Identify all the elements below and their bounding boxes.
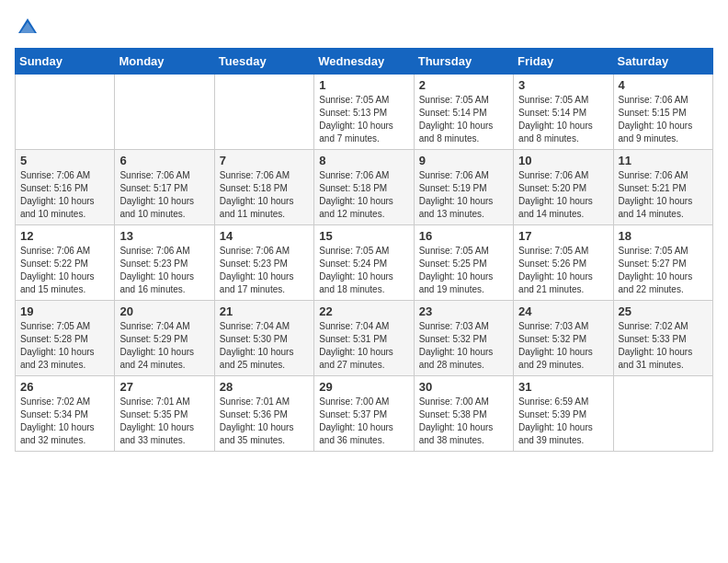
calendar-week-row: 19Sunrise: 7:05 AM Sunset: 5:28 PM Dayli… (16, 301, 713, 376)
day-info: Sunrise: 7:06 AM Sunset: 5:15 PM Dayligh… (619, 94, 708, 145)
day-number: 7 (220, 154, 309, 167)
day-info: Sunrise: 7:06 AM Sunset: 5:16 PM Dayligh… (20, 169, 109, 221)
day-info: Sunrise: 7:05 AM Sunset: 5:25 PM Dayligh… (419, 245, 508, 296)
day-info: Sunrise: 7:05 AM Sunset: 5:14 PM Dayligh… (518, 94, 608, 145)
calendar-cell: 28Sunrise: 7:01 AM Sunset: 5:36 PM Dayli… (214, 376, 313, 452)
calendar-cell: 1Sunrise: 7:05 AM Sunset: 5:13 PM Daylig… (314, 75, 414, 150)
calendar-cell: 26Sunrise: 7:02 AM Sunset: 5:34 PM Dayli… (16, 376, 115, 452)
day-number: 23 (419, 304, 508, 318)
day-number: 8 (319, 154, 408, 167)
calendar-cell: 24Sunrise: 7:03 AM Sunset: 5:32 PM Dayli… (514, 301, 613, 376)
calendar-cell: 3Sunrise: 7:05 AM Sunset: 5:14 PM Daylig… (514, 75, 613, 150)
calendar-cell: 20Sunrise: 7:04 AM Sunset: 5:29 PM Dayli… (115, 301, 214, 376)
calendar-cell: 14Sunrise: 7:06 AM Sunset: 5:23 PM Dayli… (214, 225, 313, 301)
day-info: Sunrise: 7:03 AM Sunset: 5:32 PM Dayligh… (518, 320, 608, 372)
day-info: Sunrise: 7:05 AM Sunset: 5:27 PM Dayligh… (619, 245, 708, 296)
calendar-cell: 8Sunrise: 7:06 AM Sunset: 5:18 PM Daylig… (314, 150, 414, 225)
calendar-week-row: 1Sunrise: 7:05 AM Sunset: 5:13 PM Daylig… (16, 75, 713, 150)
day-info: Sunrise: 7:06 AM Sunset: 5:23 PM Dayligh… (119, 245, 209, 296)
calendar-cell: 25Sunrise: 7:02 AM Sunset: 5:33 PM Dayli… (613, 301, 712, 376)
logo (15, 15, 44, 40)
calendar-cell: 2Sunrise: 7:05 AM Sunset: 5:14 PM Daylig… (414, 75, 513, 150)
day-info: Sunrise: 7:05 AM Sunset: 5:24 PM Dayligh… (319, 245, 408, 296)
day-number: 2 (419, 78, 508, 92)
calendar-cell (613, 376, 712, 452)
calendar-header-wednesday: Wednesday (314, 49, 414, 75)
day-info: Sunrise: 7:05 AM Sunset: 5:28 PM Dayligh… (20, 320, 109, 372)
day-number: 1 (319, 78, 408, 92)
calendar-cell: 4Sunrise: 7:06 AM Sunset: 5:15 PM Daylig… (613, 75, 712, 150)
calendar-cell: 9Sunrise: 7:06 AM Sunset: 5:19 PM Daylig… (414, 150, 513, 225)
day-number: 6 (119, 154, 209, 167)
calendar-cell (115, 75, 214, 150)
calendar-cell: 18Sunrise: 7:05 AM Sunset: 5:27 PM Dayli… (613, 225, 712, 301)
logo-icon (15, 15, 40, 40)
calendar-cell: 30Sunrise: 7:00 AM Sunset: 5:38 PM Dayli… (414, 376, 513, 452)
page-header (15, 15, 713, 40)
day-info: Sunrise: 7:02 AM Sunset: 5:34 PM Dayligh… (20, 396, 109, 447)
calendar-cell: 6Sunrise: 7:06 AM Sunset: 5:17 PM Daylig… (115, 150, 214, 225)
day-info: Sunrise: 7:06 AM Sunset: 5:18 PM Dayligh… (220, 169, 309, 221)
calendar-cell: 27Sunrise: 7:01 AM Sunset: 5:35 PM Dayli… (115, 376, 214, 452)
day-info: Sunrise: 7:06 AM Sunset: 5:21 PM Dayligh… (619, 169, 708, 221)
calendar-cell: 10Sunrise: 7:06 AM Sunset: 5:20 PM Dayli… (514, 150, 613, 225)
day-number: 31 (518, 380, 608, 394)
day-info: Sunrise: 7:01 AM Sunset: 5:35 PM Dayligh… (119, 396, 209, 447)
day-info: Sunrise: 7:03 AM Sunset: 5:32 PM Dayligh… (419, 320, 508, 372)
day-info: Sunrise: 7:05 AM Sunset: 5:13 PM Dayligh… (319, 94, 408, 145)
calendar-cell: 16Sunrise: 7:05 AM Sunset: 5:25 PM Dayli… (414, 225, 513, 301)
day-info: Sunrise: 7:06 AM Sunset: 5:18 PM Dayligh… (319, 169, 408, 221)
day-info: Sunrise: 7:00 AM Sunset: 5:38 PM Dayligh… (419, 396, 508, 447)
day-number: 28 (220, 380, 309, 394)
calendar-cell: 13Sunrise: 7:06 AM Sunset: 5:23 PM Dayli… (115, 225, 214, 301)
day-number: 30 (419, 380, 508, 394)
day-info: Sunrise: 7:05 AM Sunset: 5:26 PM Dayligh… (518, 245, 608, 296)
day-info: Sunrise: 7:06 AM Sunset: 5:20 PM Dayligh… (518, 169, 608, 221)
day-info: Sunrise: 7:05 AM Sunset: 5:14 PM Dayligh… (419, 94, 508, 145)
day-number: 25 (619, 304, 708, 318)
calendar-header-friday: Friday (514, 49, 613, 75)
day-number: 15 (319, 229, 408, 243)
calendar-cell: 29Sunrise: 7:00 AM Sunset: 5:37 PM Dayli… (314, 376, 414, 452)
day-number: 22 (319, 304, 408, 318)
calendar-week-row: 12Sunrise: 7:06 AM Sunset: 5:22 PM Dayli… (16, 225, 713, 301)
calendar-table: SundayMondayTuesdayWednesdayThursdayFrid… (15, 48, 713, 452)
day-number: 21 (220, 304, 309, 318)
calendar-week-row: 26Sunrise: 7:02 AM Sunset: 5:34 PM Dayli… (16, 376, 713, 452)
calendar-cell (214, 75, 313, 150)
day-number: 10 (518, 154, 608, 167)
day-info: Sunrise: 7:04 AM Sunset: 5:29 PM Dayligh… (119, 320, 209, 372)
calendar-cell: 12Sunrise: 7:06 AM Sunset: 5:22 PM Dayli… (16, 225, 115, 301)
day-number: 29 (319, 380, 408, 394)
day-number: 14 (220, 229, 309, 243)
calendar-header-row: SundayMondayTuesdayWednesdayThursdayFrid… (16, 49, 713, 75)
calendar-cell (16, 75, 115, 150)
calendar-cell: 21Sunrise: 7:04 AM Sunset: 5:30 PM Dayli… (214, 301, 313, 376)
calendar-cell: 31Sunrise: 6:59 AM Sunset: 5:39 PM Dayli… (514, 376, 613, 452)
day-info: Sunrise: 7:06 AM Sunset: 5:19 PM Dayligh… (419, 169, 508, 221)
calendar-cell: 23Sunrise: 7:03 AM Sunset: 5:32 PM Dayli… (414, 301, 513, 376)
calendar-header-tuesday: Tuesday (214, 49, 313, 75)
calendar-cell: 19Sunrise: 7:05 AM Sunset: 5:28 PM Dayli… (16, 301, 115, 376)
day-info: Sunrise: 7:06 AM Sunset: 5:17 PM Dayligh… (119, 169, 209, 221)
day-info: Sunrise: 7:04 AM Sunset: 5:30 PM Dayligh… (220, 320, 309, 372)
day-number: 16 (419, 229, 508, 243)
calendar-week-row: 5Sunrise: 7:06 AM Sunset: 5:16 PM Daylig… (16, 150, 713, 225)
day-number: 4 (619, 78, 708, 92)
calendar-cell: 17Sunrise: 7:05 AM Sunset: 5:26 PM Dayli… (514, 225, 613, 301)
calendar-cell: 11Sunrise: 7:06 AM Sunset: 5:21 PM Dayli… (613, 150, 712, 225)
calendar-cell: 7Sunrise: 7:06 AM Sunset: 5:18 PM Daylig… (214, 150, 313, 225)
day-number: 26 (20, 380, 109, 394)
day-info: Sunrise: 7:06 AM Sunset: 5:23 PM Dayligh… (220, 245, 309, 296)
day-number: 24 (518, 304, 608, 318)
calendar-header-monday: Monday (115, 49, 214, 75)
day-number: 18 (619, 229, 708, 243)
day-number: 5 (20, 154, 109, 167)
day-number: 20 (119, 304, 209, 318)
calendar-cell: 15Sunrise: 7:05 AM Sunset: 5:24 PM Dayli… (314, 225, 414, 301)
calendar-header-sunday: Sunday (16, 49, 115, 75)
day-info: Sunrise: 7:06 AM Sunset: 5:22 PM Dayligh… (20, 245, 109, 296)
day-info: Sunrise: 7:04 AM Sunset: 5:31 PM Dayligh… (319, 320, 408, 372)
day-number: 27 (119, 380, 209, 394)
calendar-header-saturday: Saturday (613, 49, 712, 75)
